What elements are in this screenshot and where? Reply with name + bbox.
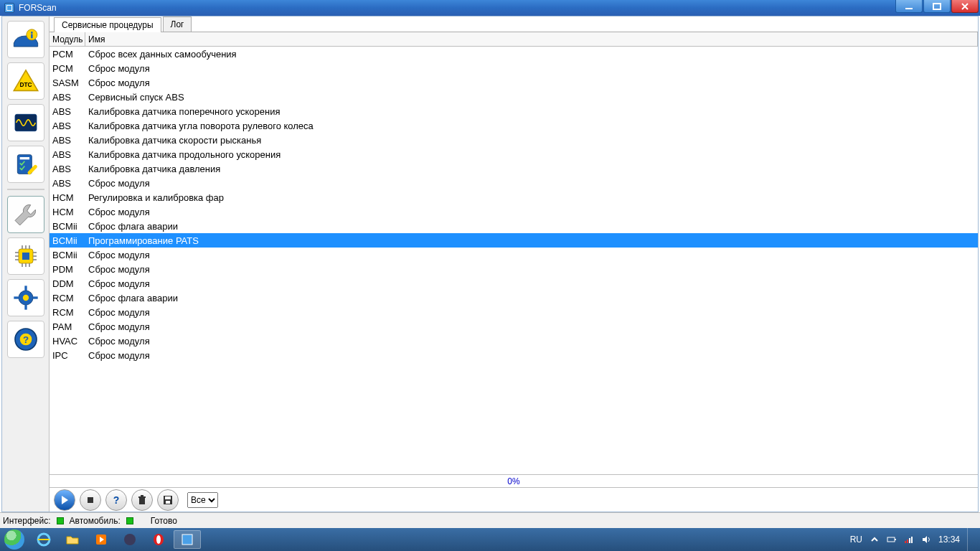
delete-button[interactable] (131, 489, 153, 511)
wrench-icon (11, 200, 40, 229)
cell-module: IPC (50, 350, 85, 361)
cell-name: Сброс модуля (85, 307, 978, 318)
tray-clock[interactable]: 13:34 (938, 534, 960, 545)
battery-icon[interactable] (887, 534, 897, 545)
help-button[interactable]: ? (105, 489, 127, 511)
column-header-module[interactable]: Модуль (50, 32, 85, 46)
window-close-button[interactable] (951, 0, 979, 13)
svg-rect-8 (19, 157, 29, 159)
table-row[interactable]: RCMСброс флага аварии (50, 291, 978, 305)
show-desktop-button[interactable] (967, 528, 974, 551)
table-row[interactable]: HCMРегулировка и калибровка фар (50, 190, 978, 204)
cell-module: PCM (50, 49, 85, 60)
procedure-list[interactable]: PCMСброс всех данных самообученияPCMСбро… (50, 47, 978, 474)
table-row[interactable]: ABSКалибровка датчика угла поворота руле… (50, 118, 978, 133)
main-panel: Сервисные процедурыЛог Модуль Имя PCMСбр… (50, 17, 978, 512)
table-row[interactable]: ABSКалибровка датчика продольного ускоре… (50, 147, 978, 161)
cell-name: Сброс модуля (85, 250, 978, 260)
table-row[interactable]: ABSСервисный спуск ABS (50, 90, 978, 104)
dtc-warning-icon: DTC (11, 67, 40, 95)
stop-button[interactable] (80, 489, 101, 511)
svg-rect-47 (895, 539, 896, 540)
table-row[interactable]: ABSКалибровка датчика давления (50, 161, 978, 176)
app-body: DTC (1, 16, 979, 512)
taskbar-item-explorer[interactable] (59, 530, 86, 549)
sidebar-item-service[interactable] (7, 196, 44, 233)
tray-lang[interactable]: RU (850, 534, 862, 545)
sidebar-item-oscilloscope[interactable] (7, 104, 44, 141)
svg-rect-48 (905, 541, 906, 543)
sidebar-item-settings[interactable] (7, 279, 44, 316)
window-maximize-button[interactable] (923, 0, 951, 13)
table-row[interactable]: PCMСброс всех данных самообучения (50, 47, 978, 61)
svg-point-44 (156, 535, 161, 544)
cell-name: Сброс флага аварии (85, 293, 978, 303)
table-row[interactable]: PDMСброс модуля (50, 262, 978, 276)
table-row[interactable]: HCMСброс модуля (50, 204, 978, 219)
sidebar-item-dtc[interactable]: DTC (7, 62, 44, 100)
svg-rect-26 (24, 305, 27, 310)
filter-select[interactable]: Все (187, 492, 218, 508)
tab-bar: Сервисные процедурыЛог (50, 17, 978, 32)
cell-name: Сброс модуля (85, 178, 978, 189)
volume-icon[interactable] (921, 534, 931, 545)
cell-module: HCM (50, 192, 85, 203)
taskbar-item-media[interactable] (88, 530, 115, 549)
cell-name: Сброс модуля (85, 321, 978, 332)
window-minimize-button[interactable] (895, 0, 923, 13)
svg-rect-3 (31, 32, 33, 34)
sidebar: DTC (2, 17, 50, 512)
table-row[interactable]: PAMСброс модуля (50, 319, 978, 334)
car-info-icon (11, 25, 40, 54)
table-row[interactable]: SASMСброс модуля (50, 75, 978, 90)
cell-module: SASM (50, 77, 85, 88)
sidebar-item-help[interactable]: ? (7, 321, 44, 358)
table-row[interactable]: PCMСброс модуля (50, 61, 978, 75)
chevron-up-icon[interactable] (870, 534, 880, 545)
table-row[interactable]: BCMiiПрограммирование PATS (50, 233, 978, 248)
cell-name: Калибровка датчика давления (85, 164, 978, 174)
table-row[interactable]: BCMiiСброс модуля (50, 248, 978, 262)
cell-name: Программирование PATS (85, 235, 978, 246)
sidebar-item-vehicle[interactable] (7, 21, 44, 58)
svg-rect-32 (88, 497, 93, 503)
tab-1[interactable]: Лог (163, 17, 192, 32)
svg-rect-0 (905, 8, 913, 9)
column-headers: Модуль Имя (50, 32, 978, 47)
cell-module: PAM (50, 321, 85, 332)
sidebar-item-configuration[interactable] (7, 237, 44, 275)
table-row[interactable]: RCMСброс модуля (50, 305, 978, 319)
question-icon: ? (110, 494, 122, 506)
table-row[interactable]: ABSКалибровка датчика поперечного ускоре… (50, 104, 978, 118)
tab-0[interactable]: Сервисные процедуры (54, 17, 161, 32)
cell-module: ABS (50, 92, 85, 103)
steering-wheel-help-icon: ? (11, 325, 40, 354)
save-button[interactable] (157, 489, 179, 511)
taskbar-item-firefox[interactable] (116, 530, 143, 549)
table-row[interactable]: BCMiiСброс флага аварии (50, 219, 978, 233)
taskbar-item-forscan[interactable] (174, 530, 201, 549)
window-titlebar: FORScan (0, 0, 980, 16)
cell-module: BCMii (50, 235, 85, 246)
svg-text:DTC: DTC (19, 81, 32, 88)
cell-module: BCMii (50, 250, 85, 260)
cell-module: ABS (50, 178, 85, 189)
table-row[interactable]: DDMСброс модуля (50, 276, 978, 291)
table-row[interactable]: ABSСброс модуля (50, 176, 978, 190)
svg-rect-4 (31, 34, 33, 39)
taskbar-item-ie[interactable] (30, 530, 57, 549)
table-row[interactable]: IPCСброс модуля (50, 348, 978, 362)
sidebar-item-tests[interactable] (7, 146, 44, 183)
table-row[interactable]: HVACСброс модуля (50, 334, 978, 348)
column-header-name[interactable]: Имя (85, 32, 978, 46)
run-button[interactable] (54, 489, 75, 511)
taskbar-item-opera[interactable] (145, 530, 172, 549)
table-row[interactable]: ABSКалибровка датчика скорости рысканья (50, 133, 978, 147)
network-icon[interactable] (904, 534, 914, 545)
cell-name: Калибровка датчика угла поворота рулевог… (85, 121, 978, 131)
start-button[interactable] (0, 528, 29, 551)
status-interface-label: Интерфейс: (3, 516, 51, 526)
svg-rect-27 (14, 296, 19, 298)
chip-icon (11, 242, 40, 270)
svg-rect-25 (24, 286, 27, 291)
